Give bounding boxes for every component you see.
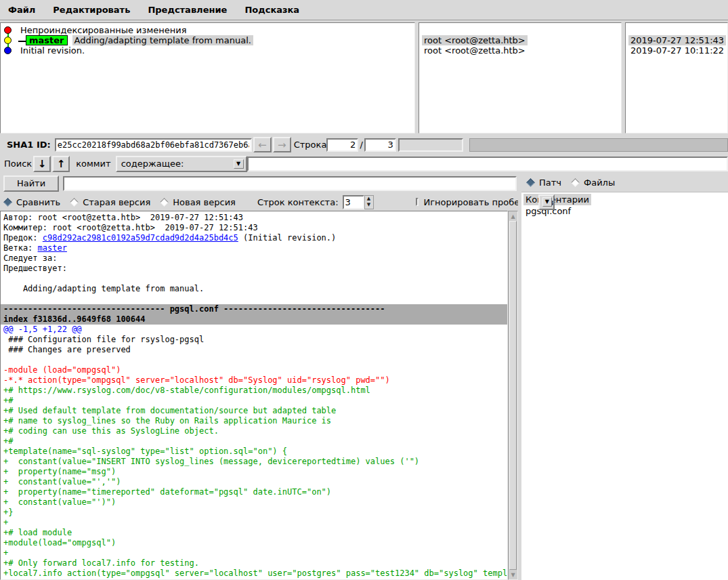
radio-patch[interactable]: Патч	[526, 178, 561, 188]
diff-line-add: +# coding can use this as SyslogLine obj…	[3, 426, 507, 436]
detail-line: Предок: c98d292ac2981c0192a59d7cdad9d2d4…	[3, 233, 507, 243]
commit-subject: Непроиндексированные изменения	[18, 25, 189, 35]
search-query-input[interactable]	[247, 157, 728, 171]
branch-connector	[18, 41, 26, 42]
detail-line	[3, 294, 507, 304]
row-separator: /	[360, 140, 362, 150]
author-row[interactable]: root <root@zetta.htb>	[422, 35, 621, 45]
find-input[interactable]	[63, 176, 517, 191]
menu-file[interactable]: Файл	[8, 5, 35, 15]
search-prev-button[interactable]: ↑	[52, 156, 70, 172]
commit-link[interactable]: c98d292ac2981c0192a59d7cdad9d2d4a25bd4c5	[43, 233, 238, 243]
date-text: 2019-07-27 10:11:22	[628, 45, 726, 56]
lower-panes: Найти Сравнить Старая версия Новая верси…	[0, 173, 728, 580]
author-text: root <root@zetta.htb>	[422, 35, 528, 45]
diff-line-del: -module (load="ompgsql")	[3, 365, 507, 375]
diff-line-hunk: @@ -1,5 +1,22 @@	[3, 325, 507, 335]
file-list[interactable]: Комментарииpgsql.conf	[521, 192, 728, 580]
branch-tag[interactable]: master	[26, 35, 68, 45]
detail-text: Следует за:	[3, 253, 57, 263]
author-row[interactable]: root <root@zetta.htb>	[422, 45, 621, 56]
radio-diff[interactable]: Сравнить	[3, 197, 60, 207]
commit-row[interactable]: masterAdding/adapting template from manu…	[1, 35, 414, 45]
detail-text: Предок:	[3, 233, 43, 243]
diff-options-row: Сравнить Старая версия Новая версия Стро…	[0, 193, 518, 211]
context-lines-input[interactable]	[343, 195, 364, 209]
find-button-label: Найти	[17, 178, 45, 188]
diff-line-add: +module(load="ompgsql")	[3, 538, 507, 548]
diff-scrollbar[interactable]: ▲ ▼	[508, 211, 518, 580]
diff-line-add: +# name to syslog_lines so the Ruby on R…	[3, 416, 507, 426]
find-button[interactable]: Найти	[3, 175, 59, 192]
diff-line-add: +}	[3, 508, 507, 518]
gitk-window: Файл Редактировать Представление Подсказ…	[0, 0, 728, 580]
diff-line-add: + property(name="msg")	[3, 467, 507, 477]
menu-edit[interactable]: Редактировать	[53, 5, 130, 15]
radio-tree[interactable]: Файлы	[571, 178, 615, 188]
diff-line-add: + constant(value="','")	[3, 477, 507, 487]
menu-view[interactable]: Представление	[148, 5, 227, 15]
commit-graph-pane[interactable]: Непроиндексированные измененияmasterAddi…	[0, 22, 415, 133]
context-lines-label: Строк контекста:	[257, 197, 339, 207]
author-row[interactable]	[422, 25, 621, 35]
diff-line-add: +# Used default template from documentat…	[3, 406, 507, 416]
detail-line: Следует за:	[3, 253, 507, 264]
scroll-thumb[interactable]	[509, 221, 517, 570]
file-list-item[interactable]: Комментарии	[523, 194, 591, 205]
diff-line-filesep: index f31836d..9649f68 100644	[1, 314, 507, 325]
sha1-input[interactable]	[55, 138, 252, 152]
spin-up-icon[interactable]: ▲	[365, 196, 373, 203]
radio-diff-label: Сравнить	[16, 197, 60, 207]
progress-bar	[469, 138, 728, 152]
detail-line: Ветка: master	[3, 243, 507, 253]
nav-forward-button[interactable]: →	[273, 137, 291, 152]
scroll-up-icon[interactable]: ▲	[509, 211, 517, 221]
detail-line: Adding/adapting template from manual.	[3, 284, 507, 294]
diff-line-add: + constant(value="INSERT INTO syslog_lin…	[3, 457, 507, 467]
radio-diamond-icon	[526, 178, 535, 187]
diff-line-ctx: ### Configuration file for rsyslog-pgsql	[3, 335, 507, 345]
line-diff-dropdown[interactable]: Измен ▼	[538, 194, 555, 210]
author-text: root <root@zetta.htb>	[422, 45, 528, 56]
spin-down-icon[interactable]: ▼	[365, 202, 373, 209]
search-mode-dropdown[interactable]: содержащее: ▼	[116, 156, 247, 172]
radio-diamond-icon	[70, 198, 79, 207]
commit-row[interactable]: Непроиндексированные изменения	[1, 25, 414, 35]
diff-line-filesep: --------------------------------- pgsql.…	[1, 304, 507, 314]
radio-tree-label: Файлы	[584, 178, 615, 188]
spinbox-arrows[interactable]: ▲▼	[364, 195, 374, 209]
search-label: Поиск	[4, 159, 32, 169]
status-field	[398, 138, 463, 152]
diff-line-add: +	[3, 518, 507, 528]
row-number-input[interactable]	[326, 138, 358, 152]
radio-old-version[interactable]: Старая версия	[70, 197, 150, 207]
radio-new-label: Новая версия	[173, 197, 236, 207]
down-arrow-icon: ↓	[38, 158, 47, 170]
sha1-label: SHA1 ID:	[7, 140, 51, 150]
sha1-bar: SHA1 ID: ← → Строка /	[0, 136, 728, 154]
ignore-whitespace-label: Игнорировать пробелы	[424, 197, 532, 207]
diff-text[interactable]: Автор: root <root@zetta.htb> 2019-07-27 …	[0, 211, 508, 580]
files-pane: Патч Файлы Комментарииpgsql.conf	[521, 173, 728, 580]
context-lines-spinbox[interactable]: ▲▼	[343, 195, 374, 209]
nav-back-button[interactable]: ←	[253, 137, 272, 152]
radio-old-label: Старая версия	[83, 197, 150, 207]
scroll-down-icon[interactable]: ▼	[509, 570, 517, 579]
menu-help[interactable]: Подсказка	[244, 5, 299, 15]
commit-link[interactable]: master	[38, 243, 67, 253]
date-row[interactable]: 2019-07-27 10:11:22	[628, 45, 727, 56]
ignore-whitespace-checkbox[interactable]	[416, 198, 419, 206]
menu-bar: Файл Редактировать Представление Подсказ…	[0, 0, 728, 20]
date-row[interactable]	[628, 25, 727, 35]
commit-row[interactable]: Initial revision.	[1, 45, 414, 56]
diff-line-add: +# Only forward local7.info for testing.	[3, 558, 507, 568]
diff-line-ctx: ### Changes are preserved	[3, 345, 507, 355]
date-text: 2019-07-27 12:51:43	[628, 35, 726, 45]
author-pane[interactable]: root <root@zetta.htb>root <root@zetta.ht…	[419, 22, 622, 133]
date-pane[interactable]: 2019-07-27 12:51:432019-07-27 10:11:22	[625, 22, 728, 133]
radio-diamond-icon	[571, 178, 580, 187]
search-next-button[interactable]: ↓	[33, 156, 51, 172]
diff-line-add: +# load module	[3, 528, 507, 538]
radio-new-version[interactable]: Новая версия	[160, 197, 236, 207]
date-row[interactable]: 2019-07-27 12:51:43	[628, 35, 727, 45]
